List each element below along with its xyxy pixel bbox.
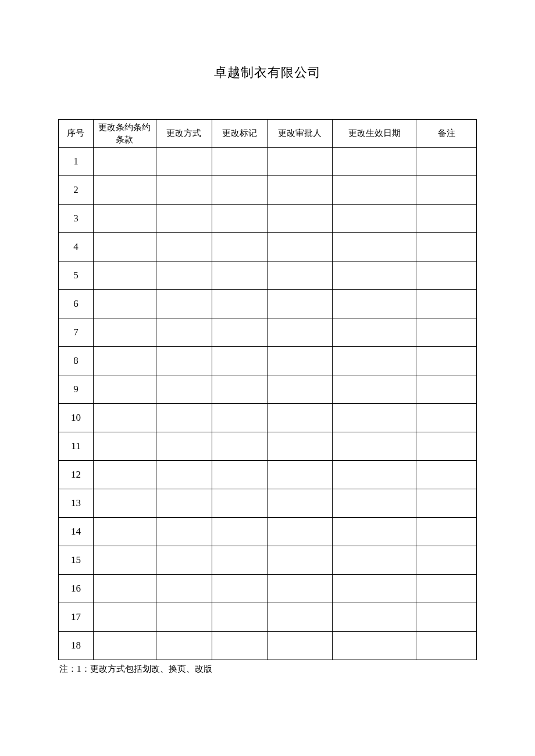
cell-remark	[416, 432, 477, 461]
table-header-row: 序号 更改条约条约条款 更改方式 更改标记 更改审批人 更改生效日期 备注	[59, 120, 477, 148]
cell-mark	[212, 233, 268, 261]
cell-date	[333, 518, 416, 546]
cell-mark	[212, 518, 268, 546]
cell-method	[156, 148, 212, 176]
cell-approver	[268, 546, 333, 575]
cell-approver	[268, 518, 333, 546]
cell-approver	[268, 290, 333, 318]
cell-seq: 17	[59, 603, 94, 632]
header-method: 更改方式	[156, 120, 212, 148]
table-row: 7	[59, 318, 477, 347]
cell-mark	[212, 318, 268, 347]
cell-mark	[212, 290, 268, 318]
table-row: 3	[59, 205, 477, 233]
cell-seq: 1	[59, 148, 94, 176]
cell-clause	[93, 489, 156, 518]
cell-approver	[268, 233, 333, 261]
cell-approver	[268, 432, 333, 461]
table-row: 4	[59, 233, 477, 261]
table-row: 16	[59, 575, 477, 603]
header-date: 更改生效日期	[333, 120, 416, 148]
cell-method	[156, 375, 212, 404]
cell-mark	[212, 176, 268, 205]
table-row: 14	[59, 518, 477, 546]
cell-method	[156, 318, 212, 347]
cell-mark	[212, 375, 268, 404]
cell-method	[156, 261, 212, 290]
cell-remark	[416, 575, 477, 603]
cell-method	[156, 575, 212, 603]
cell-remark	[416, 290, 477, 318]
cell-clause	[93, 632, 156, 660]
header-clause: 更改条约条约条款	[93, 120, 156, 148]
cell-clause	[93, 233, 156, 261]
cell-method	[156, 432, 212, 461]
table-row: 6	[59, 290, 477, 318]
cell-date	[333, 489, 416, 518]
cell-approver	[268, 404, 333, 432]
cell-date	[333, 205, 416, 233]
cell-date	[333, 290, 416, 318]
cell-seq: 9	[59, 375, 94, 404]
table-row: 15	[59, 546, 477, 575]
cell-method	[156, 489, 212, 518]
cell-method	[156, 205, 212, 233]
table-row: 8	[59, 347, 477, 375]
cell-date	[333, 404, 416, 432]
table-row: 17	[59, 603, 477, 632]
cell-mark	[212, 347, 268, 375]
page-title: 卓越制衣有限公司	[58, 64, 477, 81]
cell-seq: 13	[59, 489, 94, 518]
header-mark: 更改标记	[212, 120, 268, 148]
cell-seq: 3	[59, 205, 94, 233]
cell-seq: 11	[59, 432, 94, 461]
cell-seq: 14	[59, 518, 94, 546]
cell-approver	[268, 375, 333, 404]
cell-remark	[416, 261, 477, 290]
cell-mark	[212, 205, 268, 233]
header-seq: 序号	[59, 120, 94, 148]
cell-remark	[416, 518, 477, 546]
header-remark: 备注	[416, 120, 477, 148]
cell-approver	[268, 148, 333, 176]
cell-clause	[93, 176, 156, 205]
cell-seq: 8	[59, 347, 94, 375]
cell-remark	[416, 347, 477, 375]
cell-approver	[268, 575, 333, 603]
cell-method	[156, 347, 212, 375]
cell-date	[333, 546, 416, 575]
cell-seq: 12	[59, 461, 94, 489]
footnote: 注：1：更改方式包括划改、换页、改版	[58, 664, 477, 675]
cell-clause	[93, 432, 156, 461]
cell-remark	[416, 148, 477, 176]
cell-remark	[416, 461, 477, 489]
cell-mark	[212, 261, 268, 290]
cell-mark	[212, 461, 268, 489]
cell-date	[333, 603, 416, 632]
cell-date	[333, 632, 416, 660]
cell-mark	[212, 632, 268, 660]
cell-seq: 5	[59, 261, 94, 290]
header-approver: 更改审批人	[268, 120, 333, 148]
cell-seq: 4	[59, 233, 94, 261]
cell-remark	[416, 489, 477, 518]
cell-clause	[93, 375, 156, 404]
cell-clause	[93, 603, 156, 632]
cell-date	[333, 375, 416, 404]
document-page: 卓越制衣有限公司 序号 更改条约条约条款 更改方式 更改标记 更改审批人 更改生…	[0, 0, 535, 675]
cell-approver	[268, 603, 333, 632]
cell-method	[156, 233, 212, 261]
cell-method	[156, 546, 212, 575]
cell-date	[333, 233, 416, 261]
cell-clause	[93, 546, 156, 575]
cell-remark	[416, 546, 477, 575]
cell-clause	[93, 148, 156, 176]
table-row: 2	[59, 176, 477, 205]
table-row: 13	[59, 489, 477, 518]
cell-method	[156, 461, 212, 489]
cell-mark	[212, 546, 268, 575]
cell-mark	[212, 489, 268, 518]
table-row: 1	[59, 148, 477, 176]
cell-method	[156, 290, 212, 318]
cell-seq: 7	[59, 318, 94, 347]
